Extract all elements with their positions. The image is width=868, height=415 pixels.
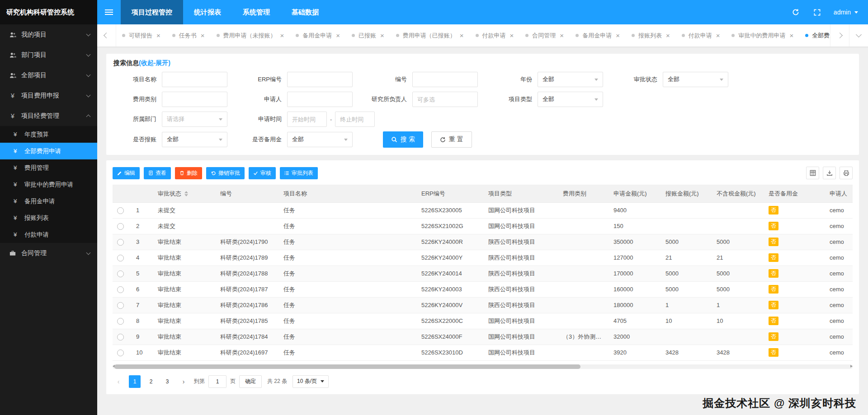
is-reserve-select[interactable]: 全部 (287, 132, 353, 147)
topnav-item-process-control[interactable]: 项目过程管控 (121, 0, 183, 24)
export-icon[interactable] (823, 167, 836, 179)
row-radio[interactable] (117, 207, 124, 214)
sidebar-item-dept-projects[interactable]: 部门项目 (0, 45, 97, 65)
close-icon[interactable]: × (201, 32, 205, 39)
columns-filter-icon[interactable] (806, 167, 819, 179)
next-page-icon[interactable]: › (178, 375, 189, 388)
print-icon[interactable] (840, 167, 853, 179)
project-name-input[interactable] (162, 72, 227, 87)
view-button[interactable]: 查看 (144, 167, 171, 179)
reset-button[interactable]: 重 置 (431, 131, 472, 148)
tab-payment-apply-2[interactable]: 付款申请× (676, 24, 726, 47)
audit-list-button[interactable]: 审批列表 (280, 167, 318, 179)
goto-confirm-button[interactable]: 确定 (239, 375, 262, 388)
no-input[interactable] (412, 72, 478, 87)
row-radio[interactable] (117, 286, 124, 293)
close-icon[interactable]: × (510, 32, 514, 39)
delete-button[interactable]: 删除 (175, 167, 202, 179)
search-button[interactable]: 搜 索 (383, 131, 423, 148)
sidebar-sub-item-payment-apply[interactable]: ¥付款申请 (0, 226, 97, 243)
scrollbar-thumb[interactable] (114, 364, 580, 369)
collapse-expand-toggle[interactable]: (收起-展开) (139, 59, 170, 66)
sidebar-sub-item-expense-management[interactable]: ¥费用管理 (0, 159, 97, 176)
edit-button[interactable]: 编辑 (113, 167, 140, 179)
row-radio[interactable] (117, 223, 124, 230)
sort-icons[interactable] (184, 191, 188, 196)
audit-button[interactable]: 审核 (249, 167, 276, 179)
close-icon[interactable]: × (460, 32, 464, 39)
department-select[interactable]: 请选择 (162, 112, 227, 127)
page-3[interactable]: 3 (161, 375, 173, 388)
close-icon[interactable]: × (380, 32, 384, 39)
scroll-right-arrow-icon[interactable] (850, 365, 853, 368)
refresh-icon[interactable] (785, 0, 807, 24)
sidebar-item-expense-declare[interactable]: ¥ 项目费用申报 (0, 85, 97, 106)
close-icon[interactable]: × (560, 32, 564, 39)
row-radio[interactable] (117, 270, 124, 277)
close-icon[interactable]: × (716, 32, 720, 39)
tabs-scroll-right-icon[interactable] (830, 24, 849, 47)
sidebar-sub-item-reimburse-list[interactable]: ¥报账列表 (0, 210, 97, 226)
user-menu[interactable]: admin (828, 0, 868, 24)
close-icon[interactable]: × (666, 32, 670, 39)
tab-expense-in-approval[interactable]: 审批中的费用申请× (726, 24, 799, 47)
tab-reserve-apply-2[interactable]: 备用金申请× (570, 24, 626, 47)
table-row[interactable]: 2 未提交 任务 5226SX21002G 国网公司科技项目 150 否 cem… (113, 218, 853, 234)
close-icon[interactable]: × (280, 32, 284, 39)
close-icon[interactable]: × (156, 32, 160, 39)
tab-task-book[interactable]: 任务书× (166, 24, 211, 47)
sidebar-sub-item-all-expense-apply[interactable]: ¥全部费用申请 (0, 143, 97, 159)
table-row[interactable]: 7 审批结束 科研类(2024)1786 任务 5226KY24000V 陕西公… (113, 297, 853, 313)
sidebar-item-my-projects[interactable]: 我的项目 (0, 24, 97, 45)
row-radio[interactable] (117, 350, 124, 356)
apply-time-start-input[interactable] (287, 112, 327, 127)
table-row[interactable]: 5 审批结束 科研类(2024)1788 任务 5226KY240014 陕西公… (113, 266, 853, 281)
sidebar-sub-item-annual-budget[interactable]: ¥年度预算 (0, 126, 97, 143)
sidebar-item-all-projects[interactable]: 全部项目 (0, 65, 97, 85)
horizontal-scrollbar[interactable] (113, 364, 853, 369)
approval-status-select[interactable]: 全部 (663, 72, 728, 87)
tabs-menu-icon[interactable] (849, 24, 868, 47)
tab-contract-management[interactable]: 合同管理× (519, 24, 570, 47)
tab-reimburse-list[interactable]: 报账列表× (626, 24, 676, 47)
tab-expense-unreimbursed[interactable]: 费用申请（未报账）× (211, 24, 290, 47)
topnav-item-base-data[interactable]: 基础数据 (281, 0, 330, 24)
hamburger-menu-icon[interactable] (97, 0, 121, 24)
tab-reserve-apply[interactable]: 备用金申请× (290, 24, 346, 47)
fullscreen-icon[interactable] (807, 0, 828, 24)
table-row[interactable]: 3 审批结束 科研类(2024)1790 任务 5226KY24000R 陕西公… (113, 234, 853, 250)
prev-page-icon[interactable]: ‹ (113, 375, 124, 388)
row-radio[interactable] (117, 318, 124, 325)
row-radio[interactable] (117, 334, 124, 340)
row-radio[interactable] (117, 302, 124, 309)
sidebar-item-contract-management[interactable]: 合同管理 (0, 243, 97, 263)
page-2[interactable]: 2 (145, 375, 157, 388)
tab-payment-apply[interactable]: 付款申请× (470, 24, 520, 47)
table-row[interactable]: 1 未提交 任务 5226SX230005 国网公司科技项目 9400 否 ce… (113, 202, 853, 218)
page-size-select[interactable]: 10 条/页 (292, 375, 329, 388)
close-icon[interactable]: × (789, 32, 793, 39)
table-row[interactable]: 6 审批结束 科研类(2024)1787 任务 5226KY240003 陕西公… (113, 281, 853, 297)
revoke-approval-button[interactable]: 撤销审批 (206, 167, 245, 179)
sidebar-sub-item-expense-in-approval[interactable]: ¥审批中的费用申请 (0, 176, 97, 193)
row-radio[interactable] (117, 255, 124, 261)
close-icon[interactable]: × (616, 32, 620, 39)
topnav-item-system-management[interactable]: 系统管理 (232, 0, 281, 24)
project-type-select[interactable]: 全部 (538, 92, 603, 107)
table-row[interactable]: 9 审批结束 科研类(2024)1784 任务 5226SX24000F 国网公… (113, 329, 853, 345)
tab-all-expense[interactable]: 全部费用 (799, 24, 830, 47)
erp-no-input[interactable] (287, 72, 353, 87)
tab-reimbursed[interactable]: 已报账× (346, 24, 390, 47)
row-radio[interactable] (117, 239, 124, 246)
topnav-item-statistics[interactable]: 统计报表 (183, 0, 232, 24)
sidebar-item-funds-management[interactable]: ¥ 项目经费管理 (0, 106, 97, 126)
apply-time-end-input[interactable] (335, 112, 375, 127)
year-select[interactable]: 全部 (538, 72, 603, 87)
tabs-scroll-left-icon[interactable] (97, 24, 116, 47)
header-approval-status[interactable]: 审批状态 (153, 185, 216, 202)
applicant-input[interactable] (287, 92, 353, 107)
tab-feasibility-report[interactable]: 可研报告× (116, 24, 166, 47)
tab-expense-reimbursed[interactable]: 费用申请（已报账）× (390, 24, 470, 47)
page-1[interactable]: 1 (129, 375, 141, 388)
institute-leader-input[interactable] (412, 92, 478, 107)
